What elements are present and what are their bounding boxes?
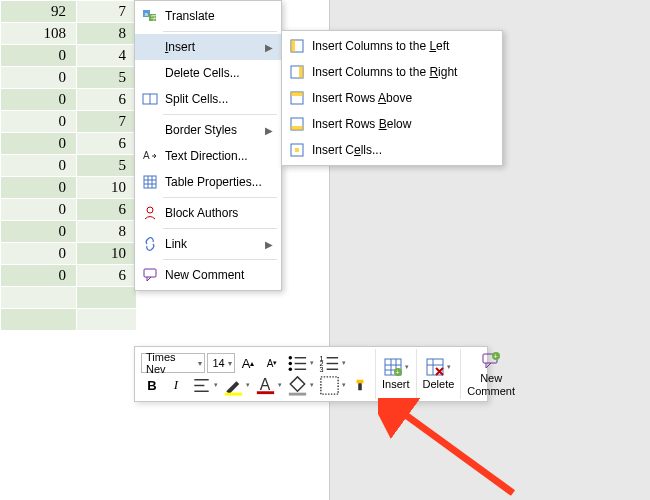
table-properties-icon (139, 174, 161, 190)
table-cell[interactable]: 0 (1, 89, 77, 111)
bullets-button[interactable]: ▾ (285, 353, 315, 373)
table-row[interactable]: 06 (1, 265, 137, 287)
font-size-combo[interactable]: 14▾ (207, 353, 235, 373)
svg-text:字: 字 (151, 14, 157, 21)
table-row[interactable]: 06 (1, 199, 137, 221)
table-cell[interactable]: 6 (77, 265, 137, 287)
table-cell[interactable]: 0 (1, 199, 77, 221)
align-button[interactable]: ▾ (189, 375, 219, 395)
mini-insert-button[interactable]: + ▾ Insert (376, 349, 417, 399)
table-cell[interactable]: 8 (77, 221, 137, 243)
menu-new-comment[interactable]: New Comment (135, 262, 281, 288)
table-cell[interactable]: 8 (77, 23, 137, 45)
text-direction-icon: A (139, 148, 161, 164)
table-cell[interactable] (77, 309, 137, 331)
svg-rect-45 (358, 383, 362, 390)
table-cell[interactable]: 0 (1, 243, 77, 265)
table-cell[interactable]: 0 (1, 67, 77, 89)
increase-font-button[interactable]: A▴ (237, 353, 259, 373)
table-cell[interactable]: 4 (77, 45, 137, 67)
menu-border-styles[interactable]: Border Styles ▶ (135, 117, 281, 143)
table-row[interactable]: 1088 (1, 23, 137, 45)
table-cell[interactable]: 6 (77, 89, 137, 111)
table-cell[interactable] (1, 309, 77, 331)
menu-split-cells[interactable]: Split Cells... (135, 86, 281, 112)
table-cell[interactable]: 0 (1, 221, 77, 243)
borders-button[interactable]: ▾ (317, 375, 347, 395)
bold-button[interactable]: B (141, 375, 163, 395)
table-cell[interactable]: 0 (1, 155, 77, 177)
table-row[interactable]: 08 (1, 221, 137, 243)
svg-rect-19 (291, 92, 303, 96)
menu-new-comment-label: New Comment (161, 268, 277, 282)
table-cell[interactable]: 10 (77, 177, 137, 199)
font-name-combo[interactable]: Times Nev▾ (141, 353, 205, 373)
submenu-cols-left[interactable]: Insert Columns to the Left (282, 33, 502, 59)
table-row[interactable]: 05 (1, 155, 137, 177)
context-menu: a字 TranslateS Insert ▶ Delete Cells... S… (134, 0, 282, 291)
submenu-cols-right[interactable]: Insert Columns to the Right (282, 59, 502, 85)
table-cell[interactable]: 108 (1, 23, 77, 45)
insert-rows-below-icon (286, 116, 308, 132)
table-row[interactable]: 04 (1, 45, 137, 67)
menu-translate[interactable]: a字 TranslateS (135, 3, 281, 29)
decrease-font-button[interactable]: A▾ (261, 353, 283, 373)
menu-separator (163, 259, 277, 260)
mini-new-comment-button[interactable]: + New Comment (461, 349, 521, 399)
menu-delete-cells[interactable]: Delete Cells... (135, 60, 281, 86)
table-row[interactable]: 010 (1, 243, 137, 265)
table-row[interactable]: 010 (1, 177, 137, 199)
menu-table-properties[interactable]: Table Properties... (135, 169, 281, 195)
font-color-button[interactable]: A ▾ (253, 375, 283, 395)
table-row[interactable]: 07 (1, 111, 137, 133)
table-row[interactable]: 06 (1, 89, 137, 111)
menu-separator (163, 31, 277, 32)
submenu-cols-left-label: Insert Columns to the Left (308, 39, 498, 53)
table-cell[interactable]: 5 (77, 155, 137, 177)
table-cell[interactable]: 6 (77, 133, 137, 155)
svg-point-24 (289, 356, 292, 359)
table-cell[interactable]: 0 (1, 133, 77, 155)
mini-delete-button[interactable]: ▾ Delete (417, 349, 462, 399)
menu-link[interactable]: Link ▶ (135, 231, 281, 257)
submenu-insert-cells[interactable]: Insert Cells... (282, 137, 502, 163)
menu-block-authors[interactable]: Block Authors (135, 200, 281, 226)
table-row[interactable]: 927 (1, 1, 137, 23)
table-cell[interactable]: 92 (1, 1, 77, 23)
table-cell[interactable] (1, 287, 77, 309)
submenu-rows-below[interactable]: Insert Rows Below (282, 111, 502, 137)
insert-cells-icon (286, 142, 308, 158)
italic-button[interactable]: I (165, 375, 187, 395)
highlight-icon (222, 374, 245, 397)
svg-point-26 (289, 361, 292, 364)
table-cell[interactable]: 7 (77, 1, 137, 23)
highlight-button[interactable]: ▾ (221, 375, 251, 395)
format-painter-button[interactable] (349, 375, 371, 395)
submenu-rows-above[interactable]: Insert Rows Above (282, 85, 502, 111)
menu-link-label: Link (161, 237, 265, 251)
table-cell[interactable]: 0 (1, 45, 77, 67)
table-cell[interactable]: 6 (77, 199, 137, 221)
submenu-rows-above-label: Insert Rows Above (308, 91, 498, 105)
menu-text-direction[interactable]: A Text Direction... (135, 143, 281, 169)
table-row-empty[interactable] (1, 309, 137, 331)
table-row[interactable]: 05 (1, 67, 137, 89)
numbering-button[interactable]: 123 ▾ (317, 353, 347, 373)
menu-insert[interactable]: Insert ▶ (135, 34, 281, 60)
svg-point-12 (147, 207, 153, 213)
svg-text:A: A (143, 150, 150, 161)
table-row[interactable]: 06 (1, 133, 137, 155)
table-cell[interactable]: 10 (77, 243, 137, 265)
data-table[interactable]: 9271088040506070605010060801006 (0, 0, 137, 331)
table-cell[interactable] (77, 287, 137, 309)
format-painter-icon (353, 378, 367, 392)
table-cell[interactable]: 0 (1, 177, 77, 199)
table-cell[interactable]: 0 (1, 111, 77, 133)
svg-rect-13 (144, 269, 156, 277)
table-cell[interactable]: 0 (1, 265, 77, 287)
table-cell[interactable]: 5 (77, 67, 137, 89)
table-row-empty[interactable] (1, 287, 137, 309)
shading-button[interactable]: ▾ (285, 375, 315, 395)
svg-text:+: + (395, 369, 399, 376)
table-cell[interactable]: 7 (77, 111, 137, 133)
